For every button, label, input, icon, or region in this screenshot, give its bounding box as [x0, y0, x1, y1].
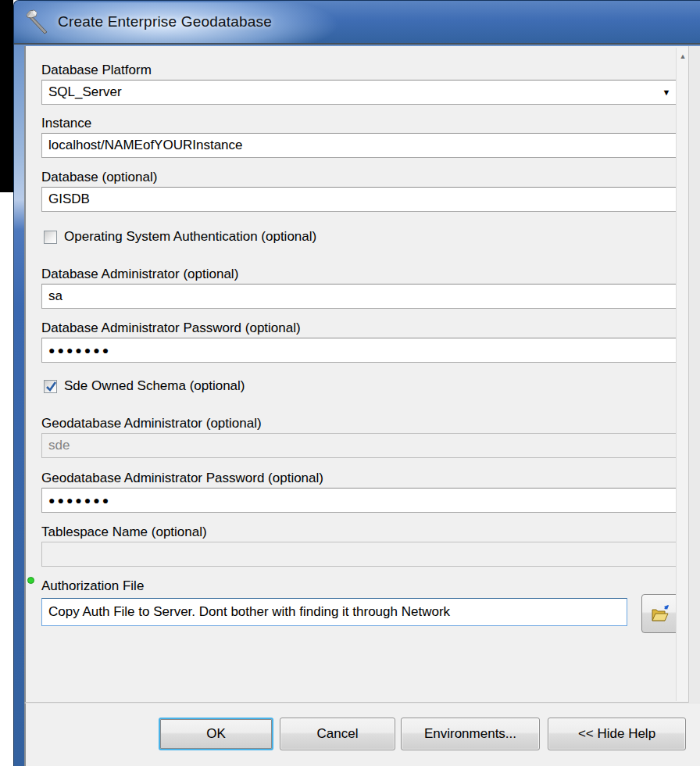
window-right-edge — [688, 46, 700, 766]
db-admin-password-label: Database Administrator Password (optiona… — [41, 320, 301, 336]
os-auth-row: Operating System Authentication (optiona… — [44, 229, 316, 245]
create-enterprise-geodatabase-dialog: Create Enterprise Geodatabase Database P… — [13, 0, 700, 766]
sde-owned-schema-checkbox[interactable] — [44, 380, 57, 393]
background-strip — [0, 0, 13, 192]
required-indicator — [27, 577, 34, 584]
cancel-button[interactable]: Cancel — [280, 718, 395, 750]
vertical-scrollbar[interactable]: ▲ — [676, 48, 688, 701]
gdb-admin-password-input[interactable] — [41, 488, 677, 513]
hide-help-button[interactable]: << Hide Help — [548, 718, 686, 750]
database-platform-value: SQL_Server — [42, 84, 656, 100]
database-input[interactable] — [41, 187, 677, 212]
auth-file-label: Authorization File — [41, 578, 144, 594]
instance-input[interactable] — [41, 133, 677, 158]
gdb-admin-password-label: Geodatabase Administrator Password (opti… — [41, 471, 323, 486]
ok-button[interactable]: OK — [159, 718, 273, 750]
gdb-admin-label: Geodatabase Administrator (optional) — [41, 416, 262, 431]
form-panel: Database Platform SQL_Server ▼ Instance … — [24, 46, 688, 703]
auth-file-input[interactable] — [41, 598, 627, 626]
db-admin-label: Database Administrator (optional) — [41, 267, 238, 282]
db-admin-password-input[interactable] — [41, 338, 677, 363]
sde-owned-schema-row: Sde Owned Schema (optional) — [44, 378, 245, 394]
environments-button[interactable]: Environments... — [401, 718, 540, 750]
database-platform-label: Database Platform — [41, 63, 152, 78]
hammer-tool-icon — [23, 8, 52, 36]
tablespace-label: Tablespace Name (optional) — [41, 524, 207, 540]
os-auth-checkbox[interactable] — [44, 231, 57, 244]
tablespace-input[interactable] — [41, 542, 677, 567]
screen: Create Enterprise Geodatabase Database P… — [0, 0, 700, 766]
os-auth-label: Operating System Authentication (optiona… — [64, 229, 316, 245]
chevron-down-icon[interactable]: ▼ — [656, 88, 677, 97]
instance-label: Instance — [41, 116, 91, 131]
button-bar: OK Cancel Environments... << Hide Help — [24, 703, 700, 766]
open-folder-icon — [650, 605, 671, 623]
sde-owned-schema-label: Sde Owned Schema (optional) — [64, 378, 245, 394]
window-title: Create Enterprise Geodatabase — [58, 13, 272, 30]
browse-button[interactable] — [641, 594, 680, 633]
checkmark-icon — [45, 381, 57, 392]
titlebar[interactable]: Create Enterprise Geodatabase — [14, 1, 700, 45]
db-admin-input[interactable] — [41, 284, 677, 309]
gdb-admin-input[interactable] — [41, 433, 677, 458]
database-label: Database (optional) — [41, 170, 157, 185]
database-platform-select[interactable]: SQL_Server ▼ — [41, 80, 677, 105]
scroll-up-icon[interactable]: ▲ — [677, 51, 689, 62]
